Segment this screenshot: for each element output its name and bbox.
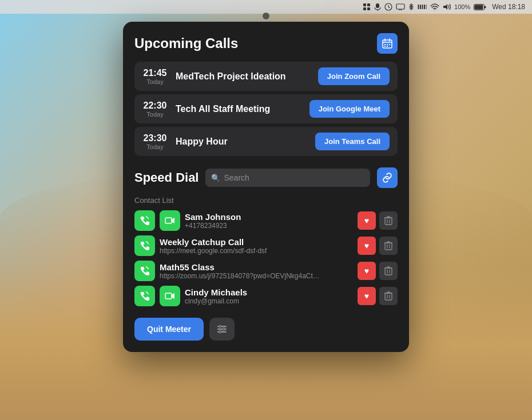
call-name-1: MedTech Project Ideation: [176, 71, 310, 82]
svg-point-17: [434, 10, 435, 10]
svg-rect-16: [426, 5, 427, 9]
svg-rect-38: [385, 243, 392, 250]
contact-items: Sam Johnson +4178234923 ♥: [134, 210, 398, 306]
call-item-1: 21:45 Today MedTech Project Ideation Joi…: [134, 62, 398, 91]
add-link-button[interactable]: [377, 167, 398, 188]
battery-percent: 100%: [454, 3, 470, 10]
clock-icon: [384, 3, 392, 11]
speed-dial-header: Speed Dial 🔍: [134, 167, 398, 188]
contact-actions-weekly: ♥: [358, 237, 398, 255]
call-time-3: 23:30 Today: [142, 133, 168, 150]
contact-item-2: Weekly Catchup Call https://meet.google.…: [134, 235, 398, 256]
join-google-button[interactable]: Join Google Meet: [309, 100, 390, 118]
popup-indicator: [263, 13, 269, 19]
contact-item-1: Sam Johnson +4178234923 ♥: [134, 210, 398, 231]
contact-info-weekly: Weekly Catchup Call https://meet.google.…: [160, 237, 353, 255]
svg-point-60: [219, 331, 221, 333]
svg-point-58: [219, 325, 221, 327]
video-call-cindy[interactable]: [160, 286, 180, 306]
delete-math55-button[interactable]: [379, 262, 398, 280]
svg-rect-14: [422, 5, 423, 9]
call-name-2: Tech All Staff Meeting: [176, 104, 301, 114]
favorite-sam-button[interactable]: ♥: [358, 211, 376, 230]
speed-dial-title: Speed Dial: [134, 170, 198, 185]
svg-rect-31: [165, 218, 172, 223]
svg-rect-30: [389, 44, 390, 45]
menubar-icons: 100% Wed 18:18: [363, 3, 525, 11]
join-teams-button[interactable]: Join Teams Call: [315, 133, 390, 150]
svg-point-59: [223, 328, 225, 330]
svg-rect-57: [217, 331, 227, 333]
call-item-3: 23:30 Today Happy Hour Join Teams Call: [134, 127, 398, 156]
bottom-actions: Quit Meeter: [134, 318, 398, 341]
search-icon: 🔍: [211, 174, 220, 182]
svg-rect-43: [385, 268, 392, 275]
svg-marker-18: [443, 4, 447, 10]
contact-item-3: Math55 Class https://zoom.us/j/972518407…: [134, 261, 398, 281]
svg-rect-50: [385, 293, 392, 300]
screen-icon: [396, 3, 405, 10]
svg-rect-1: [367, 3, 370, 6]
contact-info-sam: Sam Johnson +4178234923: [185, 212, 353, 230]
wifi-icon: [430, 3, 439, 10]
svg-rect-26: [384, 44, 386, 45]
delete-weekly-button[interactable]: [379, 237, 398, 255]
call-phone-sam[interactable]: [134, 210, 155, 231]
bluetooth-icon: [408, 3, 414, 11]
menubar: 100% Wed 18:18: [0, 0, 532, 14]
svg-rect-3: [367, 7, 370, 10]
contact-actions-cindy: ♥: [358, 287, 398, 305]
svg-rect-0: [363, 3, 366, 6]
call-phone-cindy[interactable]: [134, 286, 155, 306]
svg-rect-21: [485, 6, 486, 8]
svg-marker-32: [172, 218, 174, 223]
settings-button[interactable]: [209, 318, 235, 341]
contact-actions-math55: ♥: [358, 262, 398, 280]
svg-rect-20: [475, 5, 483, 9]
volume-icon: [443, 3, 451, 10]
favorite-cindy-button[interactable]: ♥: [358, 287, 376, 305]
menubar-time: Wed 18:18: [492, 3, 525, 11]
popup-panel: Upcoming Calls 21:45 Today MedTech Proj: [123, 22, 409, 352]
quit-button[interactable]: Quit Meeter: [134, 318, 204, 341]
svg-rect-27: [387, 44, 388, 45]
contact-info-math55: Math55 Class https://zoom.us/j/972518407…: [160, 262, 353, 280]
calendar-button[interactable]: [377, 33, 398, 54]
svg-rect-56: [217, 329, 227, 330]
call-phone-weekly[interactable]: [134, 235, 155, 256]
call-time-1: 21:45 Today: [142, 68, 168, 85]
favorite-math55-button[interactable]: ♥: [358, 262, 376, 280]
call-item-2: 22:30 Today Tech All Staff Meeting Join …: [134, 94, 398, 123]
svg-rect-2: [363, 7, 366, 10]
svg-marker-49: [172, 293, 174, 299]
call-name-3: Happy Hour: [176, 137, 307, 147]
contact-list-label: Contact List: [134, 196, 398, 205]
contact-info-cindy: Cindy Michaels cindy@gmail.com: [185, 287, 353, 305]
svg-rect-29: [387, 46, 388, 47]
svg-rect-28: [384, 46, 386, 47]
battery-bars-icon: [418, 3, 427, 10]
svg-rect-15: [424, 5, 425, 9]
battery-icon: [474, 4, 486, 10]
svg-rect-55: [217, 326, 227, 327]
calls-list: 21:45 Today MedTech Project Ideation Joi…: [134, 62, 398, 156]
contact-item-4: Cindy Michaels cindy@gmail.com ♥: [134, 286, 398, 306]
join-zoom-button[interactable]: Join Zoom Call: [318, 67, 390, 85]
delete-sam-button[interactable]: [379, 211, 398, 230]
svg-rect-4: [376, 3, 379, 8]
grid-icon: [363, 3, 371, 11]
search-input[interactable]: [205, 169, 370, 187]
call-phone-math55[interactable]: [134, 261, 155, 281]
call-time-2: 22:30 Today: [142, 101, 168, 118]
favorite-weekly-button[interactable]: ♥: [358, 237, 376, 255]
delete-cindy-button[interactable]: [379, 287, 398, 305]
svg-rect-33: [385, 218, 392, 225]
svg-rect-48: [165, 293, 172, 299]
mic-icon: [374, 3, 381, 11]
upcoming-calls-header: Upcoming Calls: [134, 33, 398, 54]
video-call-sam[interactable]: [160, 210, 180, 231]
search-container: 🔍: [205, 169, 370, 187]
upcoming-calls-title: Upcoming Calls: [134, 35, 238, 51]
svg-line-8: [388, 7, 390, 8]
contact-actions-sam: ♥: [358, 211, 398, 230]
